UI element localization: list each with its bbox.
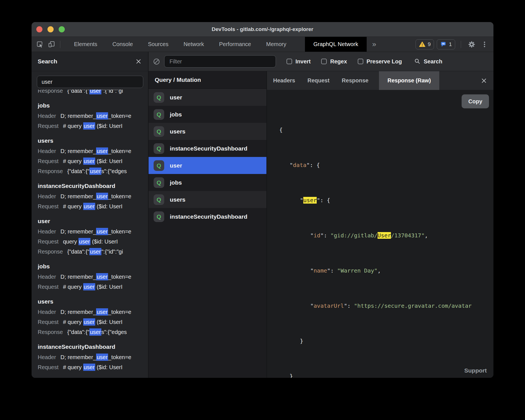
search-result-line[interactable]: Request# query user ($id: UserI — [38, 282, 142, 292]
query-type-badge: Q — [154, 160, 164, 171]
tab-graphql-network[interactable]: GraphQL Network — [305, 37, 366, 52]
tab-headers[interactable]: Headers — [267, 71, 301, 90]
query-list-item-jobs[interactable]: Q jobs — [149, 174, 266, 191]
query-list-item-user[interactable]: Q user — [149, 89, 266, 106]
search-result-line[interactable]: Response{"data":{"users":{"edges — [38, 166, 142, 176]
close-detail-button[interactable] — [481, 77, 487, 84]
query-list-item-user-selected[interactable]: Q user — [149, 157, 266, 174]
search-result-line[interactable]: Request# query user ($id: UserI — [38, 156, 142, 166]
inspect-cursor-icon — [36, 40, 44, 48]
search-input[interactable] — [37, 76, 143, 88]
search-result-line[interactable]: Request# query user ($id: UserI — [38, 201, 142, 211]
search-result-line[interactable]: HeaderD; remember_user_token=e — [38, 111, 142, 121]
search-result-operation[interactable]: instanceSecurityDashboard — [38, 182, 142, 190]
toolbar-separator — [60, 41, 60, 48]
search-control-label: Search — [424, 58, 442, 65]
search-result-line[interactable]: HeaderD; remember_user_token=e — [38, 146, 142, 156]
query-type-badge: Q — [154, 126, 164, 137]
search-panel: Search Response{"data":{"user":{"id":"gi… — [32, 52, 149, 378]
response-tabs: Headers Request Response Response (Raw) — [267, 71, 493, 90]
tab-response-raw[interactable]: Response (Raw) — [379, 71, 439, 90]
tab-memory[interactable]: Memory — [259, 37, 294, 52]
search-result-operation[interactable]: users — [38, 297, 142, 306]
tab-console[interactable]: Console — [105, 37, 140, 52]
query-mutation-panel: Query / Mutation Q user Q jobs Q users — [149, 71, 267, 378]
preserve-log-checkbox[interactable] — [358, 59, 363, 64]
response-raw-body: Copy { "data": { "user": { "id": "gid://… — [267, 90, 493, 378]
search-result-operation[interactable]: jobs — [38, 101, 142, 110]
search-result-line[interactable]: Request# query user ($id: UserI — [38, 362, 142, 372]
query-list-item-users[interactable]: Q users — [149, 123, 266, 140]
search-result-line[interactable]: Request# query user ($id: UserI — [38, 121, 142, 131]
search-result-section: instanceSecurityDashboard HeaderD; remem… — [38, 343, 142, 372]
network-region: Invert Regex Preserve Log Search — [149, 52, 493, 378]
invert-checkbox[interactable] — [287, 59, 292, 64]
query-type-badge: Q — [154, 92, 164, 103]
close-search-icon[interactable] — [135, 58, 142, 65]
search-result-line[interactable]: Response{"data":{"users":{"edges — [38, 327, 142, 337]
tab-request[interactable]: Request — [301, 71, 336, 90]
search-result-line[interactable]: HeaderD; remember_user_token=e — [38, 307, 142, 317]
search-result-line[interactable]: Request# query user ($id: UserI — [38, 317, 142, 327]
tab-sources[interactable]: Sources — [140, 37, 176, 52]
search-result-operation[interactable]: instanceSecurityDashboard — [38, 343, 142, 351]
warnings-badge[interactable]: 9 — [416, 39, 434, 49]
search-panel-title: Search — [38, 58, 57, 65]
search-result-operation[interactable]: jobs — [38, 262, 142, 271]
query-type-badge: Q — [154, 177, 164, 188]
tab-network[interactable]: Network — [176, 37, 211, 52]
query-list-item-instance-security-dashboard[interactable]: Q instanceSecurityDashboard — [149, 208, 266, 225]
search-result-section: instanceSecurityDashboard HeaderD; remem… — [38, 182, 142, 211]
more-options-button[interactable] — [479, 37, 490, 52]
regex-checkbox[interactable] — [321, 59, 327, 64]
query-list-item-jobs[interactable]: Q jobs — [149, 106, 266, 123]
search-result-line[interactable]: HeaderD; remember_user_token=e — [38, 352, 142, 362]
invert-label: Invert — [295, 58, 311, 65]
search-result-partial-row[interactable]: Response{"data":{"user":{"id":"gi — [38, 90, 142, 96]
search-result-line[interactable]: HeaderD; remember_user_token=e — [38, 272, 142, 282]
search-result-operation[interactable]: users — [38, 137, 142, 145]
search-panel-body: Response{"data":{"user":{"id":"gi jobs H… — [32, 71, 148, 378]
search-result-line[interactable]: Requestquery user ($id: UserI — [38, 237, 142, 247]
settings-button[interactable] — [467, 37, 477, 52]
search-result-line[interactable]: HeaderD; remember_user_token=e — [38, 226, 142, 237]
query-list-item-instance-security-dashboard[interactable]: Q instanceSecurityDashboard — [149, 140, 266, 157]
toggle-device-toolbar-button[interactable] — [46, 37, 57, 52]
search-result-line[interactable]: Response{"data":{"user":{"id":"gi — [38, 247, 142, 257]
query-list: Q user Q jobs Q users Q — [149, 89, 266, 378]
close-window-button[interactable] — [36, 26, 42, 32]
inspect-element-button[interactable] — [34, 37, 46, 52]
minimize-window-button[interactable] — [47, 26, 54, 32]
invert-checkbox-group[interactable]: Invert — [287, 58, 311, 65]
regex-checkbox-group[interactable]: Regex — [321, 58, 347, 65]
query-type-badge: Q — [154, 194, 164, 205]
devtools-toolbar: Elements Console Sources Network Perform… — [32, 37, 493, 52]
query-type-badge: Q — [154, 109, 164, 120]
issues-badge[interactable]: 1 — [437, 39, 455, 49]
search-result-operation[interactable]: user — [38, 217, 142, 225]
tab-performance[interactable]: Performance — [212, 37, 259, 52]
preserve-log-checkbox-group[interactable]: Preserve Log — [358, 58, 402, 65]
block-icon — [153, 58, 160, 65]
content-row: Query / Mutation Q user Q jobs Q users — [149, 71, 493, 378]
search-result-section: users HeaderD; remember_user_token=e Req… — [38, 297, 142, 337]
tab-elements[interactable]: Elements — [66, 37, 105, 52]
zoom-window-button[interactable] — [59, 26, 65, 32]
tab-response[interactable]: Response — [336, 71, 375, 90]
toolbar-right-controls: 9 1 — [416, 37, 493, 52]
window-title: DevTools - gitlab.com/-/graphql-explorer — [212, 26, 313, 32]
search-result-section: jobs HeaderD; remember_user_token=e Requ… — [38, 262, 142, 292]
search-result-line[interactable]: HeaderD; remember_user_token=e — [38, 191, 142, 201]
clear-requests-button[interactable] — [153, 58, 160, 65]
search-control[interactable]: Search — [414, 58, 442, 65]
warning-count: 9 — [428, 41, 431, 47]
support-link[interactable]: Support — [464, 367, 487, 374]
filter-input[interactable] — [164, 55, 276, 68]
raw-json-viewer: { "data": { "user": { "id": "gid://gitla… — [279, 101, 493, 378]
more-tabs-chevron[interactable]: » — [367, 40, 382, 49]
copy-button[interactable]: Copy — [462, 94, 489, 108]
query-list-item-users[interactable]: Q users — [149, 191, 266, 208]
search-panel-header: Search — [32, 52, 148, 71]
search-result-section: users HeaderD; remember_user_token=e Req… — [38, 137, 142, 176]
devtools-window: DevTools - gitlab.com/-/graphql-explorer… — [32, 22, 493, 378]
